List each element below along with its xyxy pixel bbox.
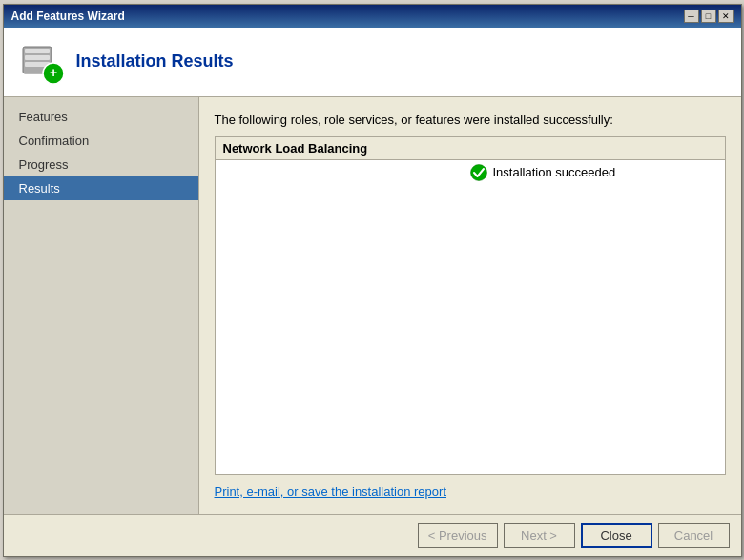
header-area: + Installation Results	[4, 28, 741, 97]
main-content: The following roles, role services, or f…	[199, 97, 741, 514]
sidebar-item-confirmation[interactable]: Confirmation	[4, 129, 198, 153]
results-table: Network Load Balancing Installation succ…	[215, 136, 726, 475]
cancel-button[interactable]: Cancel	[658, 523, 730, 548]
window-title: Add Features Wizard	[11, 10, 125, 23]
wizard-icon: +	[19, 39, 65, 85]
sidebar-item-features[interactable]: Features	[4, 105, 198, 129]
svg-text:+: +	[49, 65, 56, 80]
feature-col-header: Network Load Balancing	[223, 141, 470, 156]
main-window: Add Features Wizard ─ □ ✕ + Installation…	[3, 4, 742, 557]
maximize-button[interactable]: □	[701, 10, 716, 23]
sidebar: Features Confirmation Progress Results	[4, 97, 199, 514]
description-text: The following roles, role services, or f…	[215, 113, 726, 127]
title-bar-controls: ─ □ ✕	[684, 10, 734, 23]
title-bar: Add Features Wizard ─ □ ✕	[4, 5, 741, 28]
svg-rect-1	[25, 49, 50, 53]
table-row: Installation succeeded	[216, 160, 725, 185]
status-text: Installation succeeded	[493, 165, 616, 179]
close-button[interactable]: Close	[581, 523, 652, 548]
sidebar-item-results[interactable]: Results	[4, 176, 198, 200]
report-link[interactable]: Print, e-mail, or save the installation …	[215, 485, 726, 499]
footer: < Previous Next > Close Cancel	[4, 514, 741, 556]
table-header: Network Load Balancing	[216, 137, 725, 160]
previous-button[interactable]: < Previous	[418, 523, 498, 548]
status-cell: Installation succeeded	[470, 164, 717, 181]
content-area: Features Confirmation Progress Results T…	[4, 97, 741, 514]
window-close-button[interactable]: ✕	[718, 10, 734, 23]
next-button[interactable]: Next >	[504, 523, 575, 548]
status-col-header	[470, 141, 717, 156]
page-title: Installation Results	[76, 52, 234, 72]
sidebar-item-progress[interactable]: Progress	[4, 153, 198, 176]
success-icon	[470, 164, 487, 181]
svg-rect-2	[25, 55, 50, 60]
minimize-button[interactable]: ─	[684, 10, 699, 23]
